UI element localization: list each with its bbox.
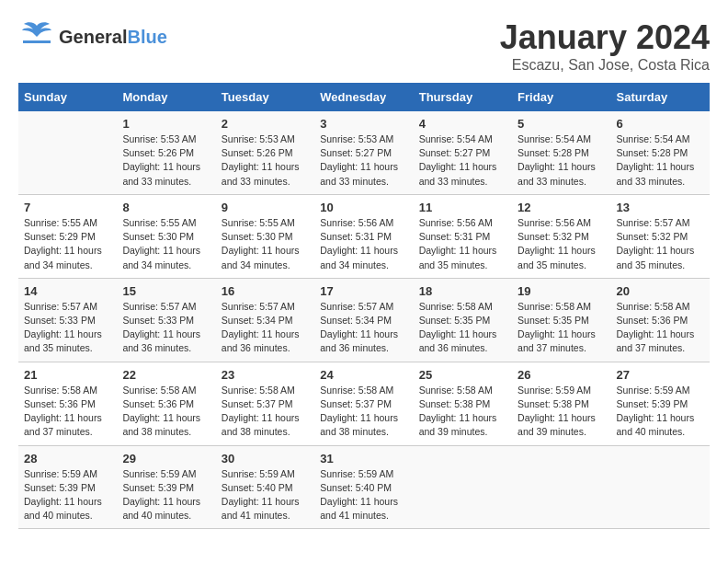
calendar-cell: 19Sunrise: 5:58 AMSunset: 5:35 PMDayligh… [512, 278, 610, 362]
calendar-cell: 30Sunrise: 5:59 AMSunset: 5:40 PMDayligh… [216, 445, 314, 529]
calendar-cell: 23Sunrise: 5:58 AMSunset: 5:37 PMDayligh… [216, 362, 314, 445]
calendar-cell: 16Sunrise: 5:57 AMSunset: 5:34 PMDayligh… [216, 278, 314, 362]
calendar-cell: 17Sunrise: 5:57 AMSunset: 5:34 PMDayligh… [314, 278, 413, 362]
logo-blue: Blue [127, 27, 166, 47]
day-info: Sunrise: 5:55 AMSunset: 5:30 PMDaylight:… [222, 216, 309, 272]
day-number: 28 [24, 452, 111, 465]
day-number: 10 [320, 201, 407, 214]
weekday-header-tuesday: Tuesday [216, 83, 314, 111]
calendar-cell: 21Sunrise: 5:58 AMSunset: 5:36 PMDayligh… [18, 362, 117, 445]
weekday-header-sunday: Sunday [18, 83, 117, 111]
calendar-cell: 1Sunrise: 5:53 AMSunset: 5:26 PMDaylight… [117, 111, 215, 194]
day-info: Sunrise: 5:56 AMSunset: 5:31 PMDaylight:… [320, 216, 407, 272]
calendar-week-4: 21Sunrise: 5:58 AMSunset: 5:36 PMDayligh… [18, 362, 710, 445]
day-number: 9 [222, 201, 309, 214]
calendar-cell: 29Sunrise: 5:59 AMSunset: 5:39 PMDayligh… [117, 445, 215, 529]
day-number: 4 [419, 117, 506, 131]
calendar-cell [611, 445, 710, 529]
weekday-header-friday: Friday [512, 83, 610, 111]
calendar-cell: 25Sunrise: 5:58 AMSunset: 5:38 PMDayligh… [414, 362, 512, 445]
calendar-cell: 4Sunrise: 5:54 AMSunset: 5:27 PMDaylight… [414, 111, 512, 194]
day-info: Sunrise: 5:59 AMSunset: 5:40 PMDaylight:… [320, 467, 407, 523]
day-number: 3 [320, 117, 407, 131]
day-info: Sunrise: 5:53 AMSunset: 5:27 PMDaylight:… [320, 132, 407, 189]
calendar-cell: 24Sunrise: 5:58 AMSunset: 5:37 PMDayligh… [314, 362, 413, 445]
day-number: 21 [24, 368, 111, 382]
calendar-cell [512, 445, 610, 529]
calendar-cell [18, 111, 117, 194]
calendar-cell: 5Sunrise: 5:54 AMSunset: 5:28 PMDaylight… [512, 111, 610, 194]
day-number: 12 [518, 201, 605, 214]
day-info: Sunrise: 5:57 AMSunset: 5:33 PMDaylight:… [24, 300, 111, 356]
day-number: 27 [617, 368, 704, 382]
logo-icon [18, 18, 55, 55]
calendar-week-3: 14Sunrise: 5:57 AMSunset: 5:33 PMDayligh… [18, 278, 710, 362]
calendar-cell [414, 445, 512, 529]
day-number: 23 [222, 368, 309, 382]
calendar-cell: 9Sunrise: 5:55 AMSunset: 5:30 PMDaylight… [216, 194, 314, 278]
day-info: Sunrise: 5:58 AMSunset: 5:36 PMDaylight:… [122, 384, 210, 440]
calendar-week-5: 28Sunrise: 5:59 AMSunset: 5:39 PMDayligh… [18, 445, 710, 529]
day-number: 30 [222, 452, 309, 465]
day-number: 1 [122, 117, 210, 131]
day-number: 7 [24, 201, 111, 214]
day-info: Sunrise: 5:58 AMSunset: 5:37 PMDaylight:… [222, 384, 309, 440]
day-info: Sunrise: 5:53 AMSunset: 5:26 PMDaylight:… [222, 132, 309, 189]
calendar-cell: 27Sunrise: 5:59 AMSunset: 5:39 PMDayligh… [611, 362, 710, 445]
calendar-cell: 18Sunrise: 5:58 AMSunset: 5:35 PMDayligh… [414, 278, 512, 362]
calendar-cell: 12Sunrise: 5:56 AMSunset: 5:32 PMDayligh… [512, 194, 610, 278]
calendar-cell: 7Sunrise: 5:55 AMSunset: 5:29 PMDaylight… [18, 194, 117, 278]
day-number: 24 [320, 368, 407, 382]
weekday-header-wednesday: Wednesday [314, 83, 413, 111]
weekday-header-thursday: Thursday [414, 83, 512, 111]
calendar-cell: 26Sunrise: 5:59 AMSunset: 5:38 PMDayligh… [512, 362, 610, 445]
header: GeneralBlue January 2024 Escazu, San Jos… [18, 18, 710, 74]
day-info: Sunrise: 5:59 AMSunset: 5:39 PMDaylight:… [617, 384, 704, 440]
subtitle: Escazu, San Jose, Costa Rica [500, 57, 710, 74]
weekday-header-saturday: Saturday [611, 83, 710, 111]
day-number: 14 [24, 284, 111, 298]
day-info: Sunrise: 5:53 AMSunset: 5:26 PMDaylight:… [122, 132, 210, 189]
calendar-cell: 22Sunrise: 5:58 AMSunset: 5:36 PMDayligh… [117, 362, 215, 445]
day-info: Sunrise: 5:59 AMSunset: 5:39 PMDaylight:… [122, 467, 210, 523]
calendar-cell: 28Sunrise: 5:59 AMSunset: 5:39 PMDayligh… [18, 445, 117, 529]
day-number: 31 [320, 452, 407, 465]
title-area: January 2024 Escazu, San Jose, Costa Ric… [500, 18, 710, 74]
day-number: 17 [320, 284, 407, 298]
day-number: 19 [518, 284, 605, 298]
day-info: Sunrise: 5:57 AMSunset: 5:33 PMDaylight:… [122, 300, 210, 356]
day-number: 15 [122, 284, 210, 298]
day-number: 20 [617, 284, 704, 298]
calendar-cell: 14Sunrise: 5:57 AMSunset: 5:33 PMDayligh… [18, 278, 117, 362]
day-info: Sunrise: 5:55 AMSunset: 5:29 PMDaylight:… [24, 216, 111, 272]
day-number: 16 [222, 284, 309, 298]
day-info: Sunrise: 5:58 AMSunset: 5:38 PMDaylight:… [419, 384, 506, 440]
calendar-cell: 6Sunrise: 5:54 AMSunset: 5:28 PMDaylight… [611, 111, 710, 194]
day-number: 2 [222, 117, 309, 131]
day-number: 11 [419, 201, 506, 214]
day-info: Sunrise: 5:58 AMSunset: 5:35 PMDaylight:… [419, 300, 506, 356]
day-info: Sunrise: 5:57 AMSunset: 5:32 PMDaylight:… [617, 216, 704, 272]
day-info: Sunrise: 5:58 AMSunset: 5:37 PMDaylight:… [320, 384, 407, 440]
day-info: Sunrise: 5:58 AMSunset: 5:36 PMDaylight:… [617, 300, 704, 356]
day-info: Sunrise: 5:59 AMSunset: 5:39 PMDaylight:… [24, 467, 111, 523]
day-number: 22 [122, 368, 210, 382]
day-number: 8 [122, 201, 210, 214]
day-info: Sunrise: 5:58 AMSunset: 5:36 PMDaylight:… [24, 384, 111, 440]
calendar-cell: 10Sunrise: 5:56 AMSunset: 5:31 PMDayligh… [314, 194, 413, 278]
calendar-week-2: 7Sunrise: 5:55 AMSunset: 5:29 PMDaylight… [18, 194, 710, 278]
calendar-cell: 2Sunrise: 5:53 AMSunset: 5:26 PMDaylight… [216, 111, 314, 194]
day-number: 5 [518, 117, 605, 131]
day-info: Sunrise: 5:57 AMSunset: 5:34 PMDaylight:… [320, 300, 407, 356]
logo-general: General [59, 27, 127, 47]
day-number: 25 [419, 368, 506, 382]
day-info: Sunrise: 5:56 AMSunset: 5:31 PMDaylight:… [419, 216, 506, 272]
day-info: Sunrise: 5:58 AMSunset: 5:35 PMDaylight:… [518, 300, 605, 356]
calendar-cell: 15Sunrise: 5:57 AMSunset: 5:33 PMDayligh… [117, 278, 215, 362]
day-info: Sunrise: 5:59 AMSunset: 5:40 PMDaylight:… [222, 467, 309, 523]
day-info: Sunrise: 5:57 AMSunset: 5:34 PMDaylight:… [222, 300, 309, 356]
day-number: 26 [518, 368, 605, 382]
day-info: Sunrise: 5:59 AMSunset: 5:38 PMDaylight:… [518, 384, 605, 440]
calendar-cell: 8Sunrise: 5:55 AMSunset: 5:30 PMDaylight… [117, 194, 215, 278]
day-number: 6 [617, 117, 704, 131]
